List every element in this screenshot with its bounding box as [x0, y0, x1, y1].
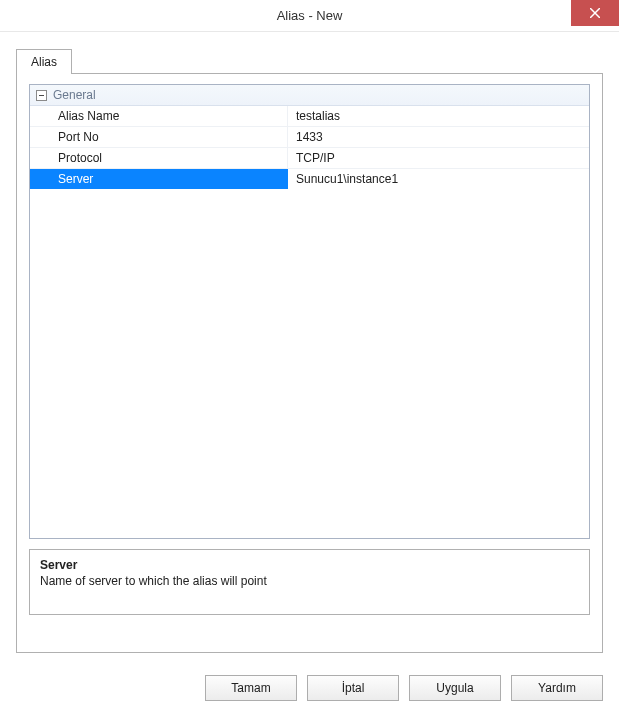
client-area: Alias General Alias Name testalias Port … — [0, 32, 619, 653]
collapse-icon[interactable] — [36, 90, 47, 101]
property-value[interactable]: TCP/IP — [288, 148, 589, 168]
property-value[interactable]: 1433 — [288, 127, 589, 147]
property-row[interactable]: Server Sunucu1\instance1 — [30, 169, 589, 189]
property-help-title: Server — [40, 558, 579, 572]
button-bar: Tamam İptal Uygula Yardım — [205, 675, 603, 701]
window-title: Alias - New — [277, 8, 343, 23]
tab-header: Alias — [16, 48, 603, 73]
property-row[interactable]: Alias Name testalias — [30, 106, 589, 127]
ok-button[interactable]: Tamam — [205, 675, 297, 701]
property-grid: General Alias Name testalias Port No 143… — [29, 84, 590, 539]
property-value[interactable]: testalias — [288, 106, 589, 126]
property-row[interactable]: Port No 1433 — [30, 127, 589, 148]
property-value[interactable]: Sunucu1\instance1 — [288, 169, 589, 189]
close-icon — [590, 8, 600, 18]
titlebar: Alias - New — [0, 0, 619, 32]
property-name: Protocol — [30, 148, 288, 168]
property-row[interactable]: Protocol TCP/IP — [30, 148, 589, 169]
property-group-name: General — [53, 88, 96, 102]
close-button[interactable] — [571, 0, 619, 26]
property-help-panel: Server Name of server to which the alias… — [29, 549, 590, 615]
cancel-button[interactable]: İptal — [307, 675, 399, 701]
property-name: Alias Name — [30, 106, 288, 126]
tab-alias[interactable]: Alias — [16, 49, 72, 74]
property-name: Port No — [30, 127, 288, 147]
property-help-desc: Name of server to which the alias will p… — [40, 574, 579, 588]
tab-panel: General Alias Name testalias Port No 143… — [16, 73, 603, 653]
tab-container: Alias General Alias Name testalias Port … — [16, 48, 603, 653]
property-name: Server — [30, 169, 288, 189]
help-button[interactable]: Yardım — [511, 675, 603, 701]
property-group-header[interactable]: General — [30, 85, 589, 106]
apply-button[interactable]: Uygula — [409, 675, 501, 701]
